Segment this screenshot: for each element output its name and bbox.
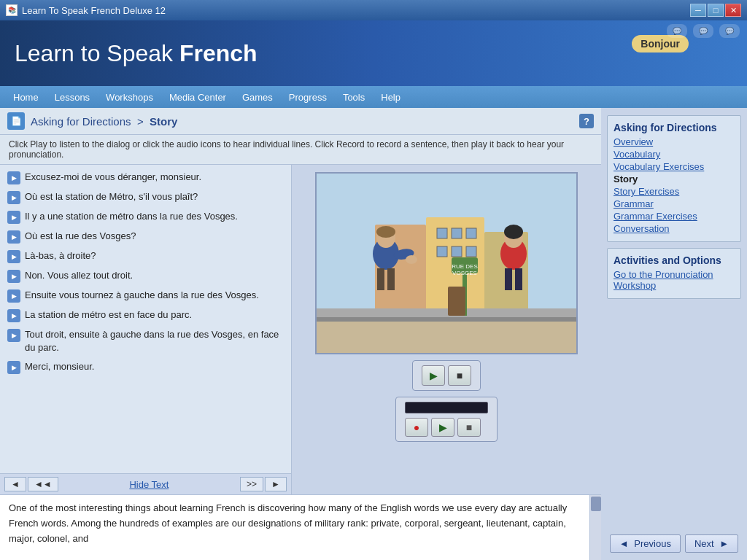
dialog-text-5: Là-bas, à droite? (25, 249, 96, 262)
prev-skip-button[interactable]: ◄ (4, 477, 26, 491)
side-nav-box: Asking for Directions Overview Vocabular… (607, 115, 741, 242)
left-panel: 📄 Asking for Directions > Story ? Click … (0, 108, 601, 560)
dialog-text-10: Merci, monsieur. (25, 360, 94, 373)
side-link-story-exercises[interactable]: Story Exercises (614, 186, 735, 197)
minimize-button[interactable]: ─ (690, 4, 706, 17)
main-content: 📄 Asking for Directions > Story ? Click … (0, 108, 747, 560)
nav-lessons[interactable]: Lessons (47, 89, 97, 106)
dialog-text-4: Où est la rue des Vosges? (25, 230, 136, 243)
side-link-grammar-exercises[interactable]: Grammar Exercises (614, 211, 735, 222)
svg-rect-17 (448, 287, 465, 316)
prev-arrow-icon: ◄ (619, 538, 629, 549)
prev-arrows: ◄ ◄◄ (4, 477, 58, 491)
dialog-text-9: Tout droit, ensuite à gauche dans la rue… (25, 328, 284, 354)
nav-media-center[interactable]: Media Center (162, 89, 233, 106)
nav-games[interactable]: Games (235, 89, 280, 106)
svg-rect-6 (466, 228, 476, 238)
playback-button[interactable]: ▶ (431, 418, 454, 437)
dialog-item: ▶ Où est la station de Métro, s'il vous … (3, 187, 288, 207)
title-bar: 📚 Learn To Speak French Deluxe 12 ─ □ ✕ (0, 0, 747, 20)
audio-icon-9[interactable]: ▶ (7, 329, 20, 342)
close-button[interactable]: ✕ (725, 4, 741, 17)
audio-icon-7[interactable]: ▶ (7, 289, 20, 303)
help-button[interactable]: ? (579, 114, 594, 128)
previous-button[interactable]: ◄ Previous (610, 534, 681, 553)
breadcrumb-icon: 📄 (7, 112, 25, 130)
pronunciation-workshop-link[interactable]: Go to the Pronunciation Workshop (614, 269, 735, 291)
next-button[interactable]: >> (240, 477, 263, 491)
dialog-list: ▶ Excusez-moi de vous déranger, monsieur… (0, 165, 291, 473)
nav-tools[interactable]: Tools (336, 89, 372, 106)
nav-home[interactable]: Home (6, 89, 46, 106)
svg-rect-12 (317, 308, 578, 317)
next-skip-button[interactable]: ► (265, 477, 287, 491)
bottom-text-panel: One of the most interesting things about… (0, 494, 601, 560)
record-button[interactable]: ● (405, 418, 428, 437)
prev-button[interactable]: ◄◄ (28, 477, 58, 491)
app-logo: Learn to Speak French (15, 40, 258, 67)
dialog-item: ▶ Merci, monsieur. (3, 357, 288, 377)
side-link-story[interactable]: Story (614, 174, 735, 184)
dialog-panel: ▶ Excusez-moi de vous déranger, monsieur… (0, 165, 292, 494)
next-button[interactable]: Next ► (685, 534, 738, 553)
record-controls: ● ▶ ■ (395, 397, 498, 442)
maximize-button[interactable]: □ (708, 4, 724, 17)
svg-rect-8 (452, 246, 462, 257)
nav-workshops[interactable]: Workshops (98, 89, 160, 106)
audio-icon-2[interactable]: ▶ (7, 191, 20, 204)
text-scrollbar[interactable] (589, 495, 601, 560)
hide-text-link[interactable]: Hide Text (129, 479, 169, 490)
svg-rect-23 (377, 268, 384, 290)
audio-icon-1[interactable]: ▶ (7, 171, 20, 184)
next-arrows: >> ► (240, 477, 287, 491)
record-level-bar (405, 402, 488, 413)
instruction-text: Click Play to listen to the dialog or cl… (0, 135, 601, 165)
right-panel: Asking for Directions Overview Vocabular… (601, 108, 747, 560)
content-area: ▶ Excusez-moi de vous déranger, monsieur… (0, 165, 601, 494)
audio-icon-4[interactable]: ▶ (7, 230, 20, 244)
story-image: RUE DES VOSGES (315, 172, 578, 354)
window-controls: ─ □ ✕ (690, 4, 741, 17)
nav-progress[interactable]: Progress (282, 89, 334, 106)
scroll-thumb (591, 497, 601, 511)
dialog-item: ▶ La station de métro est en face du par… (3, 306, 288, 325)
record-stop-button[interactable]: ■ (457, 418, 481, 437)
dialog-nav: ◄ ◄◄ Hide Text >> ► (0, 473, 291, 494)
svg-point-27 (504, 225, 523, 239)
side-link-vocabulary[interactable]: Vocabulary (614, 149, 735, 160)
dialog-text-3: Il y a une station de métro dans la rue … (25, 210, 238, 223)
media-panel: RUE DES VOSGES (292, 165, 601, 494)
activities-title: Activities and Options (614, 254, 735, 266)
audio-icon-3[interactable]: ▶ (7, 211, 20, 224)
svg-rect-28 (505, 268, 512, 290)
audio-icon-6[interactable]: ▶ (7, 270, 20, 283)
svg-rect-29 (515, 268, 522, 290)
bottom-nav: ◄ Previous Next ► (607, 527, 741, 553)
nav-help[interactable]: Help (374, 89, 408, 106)
app-icon: 📚 (6, 4, 18, 16)
audio-icon-8[interactable]: ▶ (7, 309, 20, 322)
side-link-conversation[interactable]: Conversation (614, 223, 735, 234)
bottom-text-content: One of the most interesting things about… (9, 502, 567, 544)
audio-icon-5[interactable]: ▶ (7, 250, 20, 263)
nav-bar: Home Lessons Workshops Media Center Game… (0, 86, 747, 108)
side-link-vocab-exercises[interactable]: Vocabulary Exercises (614, 161, 735, 172)
dialog-item: ▶ Où est la rue des Vosges? (3, 227, 288, 246)
dialog-text-7: Ensuite vous tournez à gauche dans la ru… (25, 289, 259, 302)
stop-button[interactable]: ■ (448, 365, 471, 386)
svg-rect-24 (387, 268, 395, 290)
svg-rect-5 (452, 228, 462, 238)
audio-icon-10[interactable]: ▶ (7, 361, 20, 374)
side-link-overview[interactable]: Overview (614, 136, 735, 147)
header-banner: Learn to Speak French Bonjour 💬 💬 💬 (0, 20, 747, 86)
dialog-item: ▶ Là-bas, à droite? (3, 246, 288, 266)
dialog-item: ▶ Tout droit, ensuite à gauche dans la r… (3, 325, 288, 357)
play-controls: ▶ ■ (412, 360, 481, 391)
side-link-grammar[interactable]: Grammar (614, 198, 735, 209)
dialog-text-1: Excusez-moi de vous déranger, monsieur. (25, 171, 201, 184)
breadcrumb: Asking for Directions > Story (31, 115, 177, 128)
svg-rect-7 (437, 246, 447, 257)
play-button[interactable]: ▶ (422, 365, 445, 386)
dialog-text-6: Non. Vous allez tout droit. (25, 269, 133, 282)
next-arrow-icon: ► (719, 538, 729, 549)
